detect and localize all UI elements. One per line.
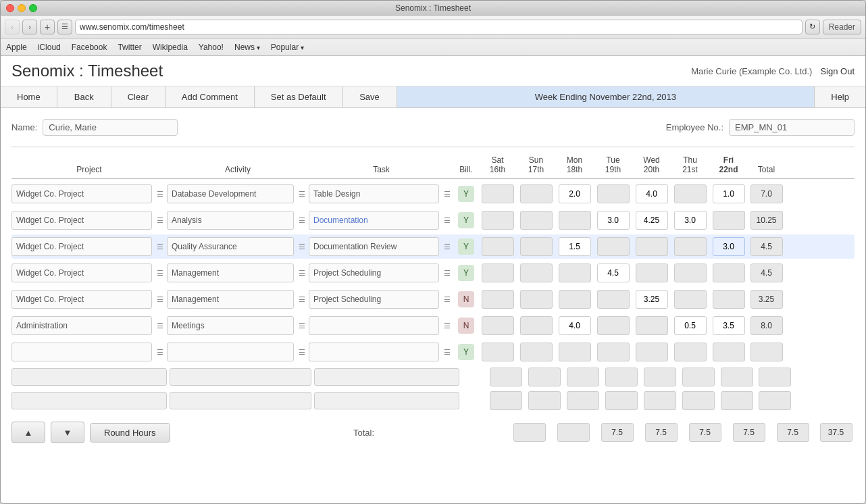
mon-input-1[interactable] — [559, 184, 591, 203]
sign-out-button[interactable]: Sign Out — [820, 66, 855, 76]
activity-input-7[interactable] — [167, 343, 294, 361]
blank-row-8-wed[interactable] — [644, 368, 676, 386]
blank-row-8-sat[interactable] — [490, 368, 522, 386]
mon-input-4[interactable] — [559, 263, 591, 282]
sat-input-2[interactable] — [482, 211, 514, 230]
task-input-4[interactable] — [309, 263, 439, 282]
thu-input-2[interactable] — [674, 211, 707, 230]
activity-input-5[interactable] — [167, 290, 294, 309]
emp-input[interactable] — [729, 119, 855, 136]
minimize-button[interactable] — [18, 4, 26, 12]
bookmark-yahoo[interactable]: Yahoo! — [199, 43, 224, 52]
mon-input-5[interactable] — [559, 290, 591, 309]
round-hours-button[interactable]: Round Hours — [90, 423, 170, 443]
tue-input-5[interactable] — [597, 290, 630, 309]
blank-row-9-mon[interactable] — [567, 391, 599, 410]
bookmark-icloud[interactable]: iCloud — [38, 43, 61, 52]
task-list-icon-2[interactable]: ☰ — [440, 211, 454, 230]
fri-input-1[interactable] — [713, 184, 745, 203]
blank-row-9-wed[interactable] — [644, 391, 676, 410]
project-input-1[interactable] — [11, 184, 152, 203]
project-input-5[interactable] — [11, 290, 152, 309]
project-list-icon-5[interactable]: ☰ — [153, 290, 167, 309]
project-input-6[interactable] — [11, 316, 152, 335]
activity-input-6[interactable] — [167, 316, 294, 335]
blank-row-9-tue[interactable] — [605, 391, 638, 410]
wed-input-5[interactable] — [636, 290, 668, 309]
tue-input-3[interactable] — [597, 237, 630, 256]
sat-input-4[interactable] — [482, 263, 514, 282]
thu-input-1[interactable] — [674, 184, 707, 203]
project-input-4[interactable] — [11, 263, 152, 282]
back-button[interactable]: ‹ — [5, 20, 20, 34]
scroll-up-button[interactable]: ▲ — [11, 422, 45, 443]
task-list-icon-6[interactable]: ☰ — [440, 316, 454, 335]
show-reader-button[interactable]: ☰ — [57, 20, 72, 34]
reload-button[interactable]: ↻ — [805, 20, 820, 34]
project-list-icon-1[interactable]: ☰ — [153, 184, 167, 203]
activity-list-icon-1[interactable]: ☰ — [295, 184, 309, 203]
tue-input-1[interactable] — [597, 184, 630, 203]
tue-input-4[interactable] — [597, 263, 630, 282]
task-list-icon-5[interactable]: ☰ — [440, 290, 454, 309]
fri-input-4[interactable] — [713, 263, 745, 282]
blank-row-9-sun[interactable] — [528, 391, 561, 410]
nav-help[interactable]: Help — [814, 86, 865, 107]
blank-row-8-mon[interactable] — [567, 368, 599, 386]
task-input-1[interactable] — [309, 184, 439, 203]
bookmark-twitter[interactable]: Twitter — [118, 43, 141, 52]
activity-input-2[interactable] — [167, 211, 294, 230]
tue-input-7[interactable] — [597, 343, 630, 361]
fri-input-7[interactable] — [713, 343, 745, 361]
sat-input-6[interactable] — [482, 316, 514, 335]
bookmark-news[interactable]: News — [234, 43, 260, 52]
activity-list-icon-7[interactable]: ☰ — [295, 343, 309, 361]
bookmark-facebook[interactable]: Facebook — [72, 43, 107, 52]
project-input-2[interactable] — [11, 211, 152, 230]
nav-save[interactable]: Save — [343, 86, 397, 107]
new-tab-button[interactable]: + — [40, 20, 55, 34]
mon-input-7[interactable] — [559, 343, 591, 361]
mon-input-3[interactable] — [559, 237, 591, 256]
task-input-2[interactable] — [309, 211, 439, 230]
activity-input-3[interactable] — [167, 237, 294, 256]
nav-clear[interactable]: Clear — [111, 86, 165, 107]
tue-input-6[interactable] — [597, 316, 630, 335]
activity-list-icon-4[interactable]: ☰ — [295, 263, 309, 282]
sat-input-7[interactable] — [482, 343, 514, 361]
blank-row-8-sun[interactable] — [528, 368, 561, 386]
fri-input-2[interactable] — [713, 211, 745, 230]
name-input[interactable] — [43, 119, 178, 136]
sun-input-7[interactable] — [520, 343, 553, 361]
blank-row-8-fri[interactable] — [721, 368, 753, 386]
project-list-icon-7[interactable]: ☰ — [153, 343, 167, 361]
mon-input-2[interactable] — [559, 211, 591, 230]
sun-input-1[interactable] — [520, 184, 553, 203]
nav-home[interactable]: Home — [1, 86, 57, 107]
thu-input-4[interactable] — [674, 263, 707, 282]
activity-input-4[interactable] — [167, 263, 294, 282]
task-list-icon-4[interactable]: ☰ — [440, 263, 454, 282]
scroll-down-button[interactable]: ▼ — [51, 422, 84, 443]
task-input-3[interactable] — [309, 237, 439, 256]
nav-add-comment[interactable]: Add Comment — [165, 86, 255, 107]
thu-input-6[interactable] — [674, 316, 707, 335]
fri-input-5[interactable] — [713, 290, 745, 309]
task-list-icon-7[interactable]: ☰ — [440, 343, 454, 361]
wed-input-2[interactable] — [636, 211, 668, 230]
wed-input-6[interactable] — [636, 316, 668, 335]
maximize-button[interactable] — [29, 4, 37, 12]
nav-set-default[interactable]: Set as Default — [255, 86, 343, 107]
forward-button[interactable]: › — [22, 20, 37, 34]
task-input-5[interactable] — [309, 290, 439, 309]
tue-input-2[interactable] — [597, 211, 630, 230]
task-input-7[interactable] — [309, 343, 439, 361]
wed-input-7[interactable] — [636, 343, 668, 361]
blank-row-9-fri[interactable] — [721, 391, 753, 410]
activity-list-icon-6[interactable]: ☰ — [295, 316, 309, 335]
project-list-icon-4[interactable]: ☰ — [153, 263, 167, 282]
sun-input-3[interactable] — [520, 237, 553, 256]
close-button[interactable] — [6, 4, 14, 12]
sun-input-6[interactable] — [520, 316, 553, 335]
project-input-3[interactable] — [11, 237, 152, 256]
